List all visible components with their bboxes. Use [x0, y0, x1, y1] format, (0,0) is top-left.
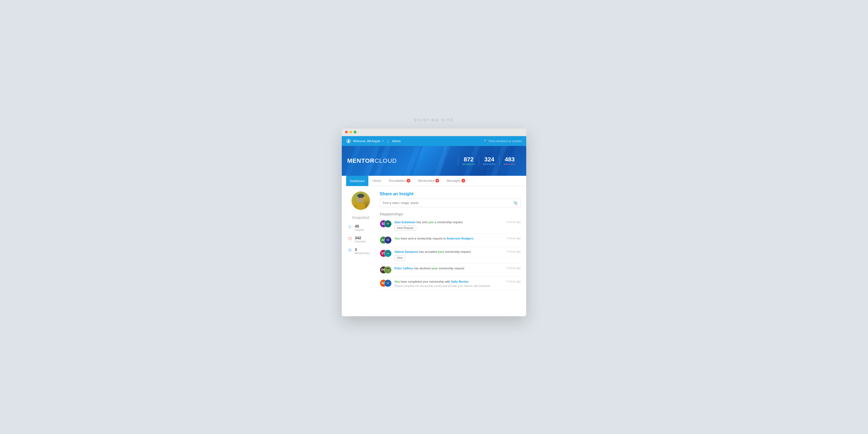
page-label: EXISTING SITE	[414, 118, 454, 122]
favorites-label: Favorites	[355, 240, 366, 243]
tab-library-label: Library	[372, 179, 381, 182]
insights-label: Insights	[355, 228, 364, 231]
nav-divider: |	[388, 139, 389, 143]
svg-point-50	[387, 282, 389, 284]
avatar-bill-argyle-4	[384, 266, 392, 274]
browser-window: Welcome, Bill Argyle ▾ | Admin 🔍 Find me…	[342, 129, 526, 316]
tab-library[interactable]: Library	[368, 176, 385, 186]
messages-badge: 2	[461, 179, 465, 183]
svg-point-18	[357, 194, 364, 198]
tab-messages[interactable]: Messages 2	[443, 176, 469, 186]
stat-mentees: 483 MENTEES	[499, 156, 520, 165]
left-panel: Snapshot 45 Insights	[347, 191, 374, 311]
svg-point-19	[358, 199, 363, 203]
search-placeholder[interactable]: Find members or content	[489, 140, 522, 143]
happening-avatars-3: VS	[380, 250, 392, 257]
top-nav-left: Welcome, Bill Argyle ▾ | Admin	[346, 138, 401, 144]
logo-bold: MENTOR	[347, 157, 375, 164]
happening-content-1: Sam Eckelman has sent you a mentorship r…	[394, 220, 504, 231]
happening-content-4: Peter Caffery has declined your mentorsh…	[394, 266, 504, 271]
insights-number: 45	[355, 224, 364, 228]
share-input[interactable]	[383, 201, 513, 205]
person-name-sam[interactable]: Sam Eckelman	[394, 220, 415, 224]
main-nav: Dashboard Library Roundtables 8 Mentorsh…	[342, 176, 526, 186]
avatar-bill-argyle-1	[384, 220, 392, 227]
mentorships-badge: 8	[435, 179, 439, 183]
happening-text-2: You have sent a mentorship request to An…	[394, 236, 504, 241]
person-name-anderson[interactable]: Anderson Rodgers	[446, 237, 473, 240]
happening-avatars-5: SB	[380, 279, 392, 287]
happening-item-3: VS	[380, 247, 521, 264]
insights-details: 45 Insights	[355, 224, 364, 231]
snapshot-mentorships: 3 Mentorships	[347, 247, 374, 255]
svg-point-30	[350, 249, 351, 250]
happening-text-4: Peter Caffery has declined your mentorsh…	[394, 266, 504, 271]
tab-mentorships-label: Mentorships	[418, 179, 434, 182]
tab-mentorships[interactable]: Mentorships 8	[414, 176, 443, 186]
happening-time-5: 5 hours ago	[506, 280, 521, 283]
happening-text-3: Valerie Sampson has accepted your mentor…	[394, 250, 504, 254]
attach-icon: 📎	[513, 201, 518, 205]
hero-logo: MENTORCLOUD	[347, 157, 397, 164]
svg-point-42	[387, 252, 389, 254]
profile-avatar-image	[352, 192, 369, 209]
share-input-row[interactable]: 📎	[380, 198, 521, 207]
happenings-title: Happenings	[380, 212, 521, 216]
favorites-number: 342	[355, 236, 366, 240]
stat-members-number: 872	[462, 156, 475, 163]
snapshot-favorites: 342 Favorites	[347, 236, 374, 243]
bulb-icon	[347, 225, 352, 230]
snapshot-title: Snapshot	[352, 215, 369, 220]
browser-dot-fullscreen[interactable]	[354, 131, 356, 133]
snapshot-insights: 45 Insights	[347, 224, 374, 231]
happening-item-2: AR	[380, 234, 521, 247]
svg-point-29	[348, 249, 350, 250]
logo-light: CLOUD	[375, 157, 397, 164]
favorites-details: 342 Favorites	[355, 236, 366, 243]
person-name-sally[interactable]: Sally Burton	[451, 280, 468, 283]
user-icon	[346, 138, 351, 144]
person-name-valerie[interactable]: Valerie Sampson	[394, 250, 418, 253]
happening-time-2: 5 hours ago	[506, 237, 521, 240]
happening-time-1: 5 hours ago	[506, 220, 521, 223]
happening-item-4: PC	[380, 264, 521, 277]
happening-time-4: 5 hours ago	[506, 267, 521, 270]
top-nav-right: 🔍 Find members or content	[484, 140, 522, 143]
happening-avatars-1: SE	[380, 220, 392, 227]
svg-point-46	[387, 269, 389, 271]
happenings-section: Happenings SE	[380, 212, 521, 291]
svg-point-20	[356, 203, 365, 210]
share-section: Share an Insight 📎	[380, 191, 521, 207]
browser-dot-minimize[interactable]	[349, 131, 352, 133]
happening-content-3: Valerie Sampson has accepted your mentor…	[394, 250, 504, 260]
happening-avatars-2: AR	[380, 236, 392, 244]
view-request-button-1[interactable]: View Request	[394, 225, 416, 230]
tab-dashboard-label: Dashboard	[350, 179, 365, 183]
happening-item-1: SE	[380, 217, 521, 234]
view-button-3[interactable]: View	[394, 255, 405, 260]
svg-point-1	[348, 141, 350, 142]
tab-messages-label: Messages	[447, 179, 460, 182]
people-icon	[347, 248, 352, 254]
stat-mentors-number: 324	[483, 156, 496, 163]
profile-avatar[interactable]	[351, 191, 370, 210]
stat-members-label: MEMBERS	[462, 163, 475, 165]
tab-dashboard[interactable]: Dashboard	[346, 176, 368, 186]
dropdown-arrow[interactable]: ▾	[382, 140, 383, 142]
hero-banner: MENTORCLOUD 872 MEMBERS 324 MENTORS 483 …	[342, 146, 526, 176]
browser-dot-close[interactable]	[345, 131, 348, 133]
stat-mentees-number: 483	[503, 156, 516, 163]
happening-item-5: SB	[380, 277, 521, 291]
mentorships-label: Mentorships	[355, 252, 369, 255]
happening-text-1: Sam Eckelman has sent you a mentorship r…	[394, 220, 504, 225]
content-area: Snapshot 45 Insights	[342, 186, 526, 316]
right-panel: Share an Insight 📎 Happenings SE	[380, 191, 521, 311]
person-name-peter[interactable]: Peter Caffery	[394, 267, 413, 270]
heart-icon	[347, 237, 352, 242]
admin-link[interactable]: Admin	[392, 140, 401, 143]
welcome-text: Welcome, Bill Argyle	[353, 140, 380, 143]
mentorships-number: 3	[355, 247, 369, 252]
tab-roundtables[interactable]: Roundtables 8	[385, 176, 414, 186]
svg-point-22	[362, 197, 362, 198]
avatar-bill-argyle-5	[384, 279, 392, 287]
